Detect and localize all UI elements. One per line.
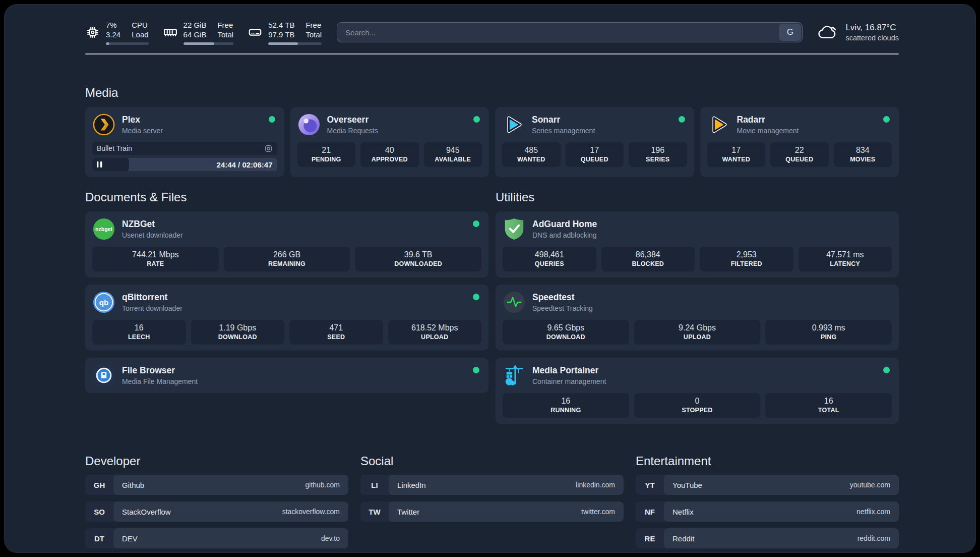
bookmark-url: github.com	[305, 481, 340, 489]
bookmark-stackoverflow[interactable]: SO StackOverflowstackoverflow.com	[85, 502, 348, 522]
service-name[interactable]: Plex	[122, 115, 163, 125]
now-playing-row: Bullet Train	[92, 142, 277, 155]
bookmark-abbr: TW	[360, 502, 389, 522]
disk-progress-fill	[268, 42, 298, 45]
bookmark-reddit[interactable]: RE Redditreddit.com	[636, 528, 899, 548]
bookmark-url: reddit.com	[858, 534, 890, 542]
bookmark-abbr: RE	[636, 528, 664, 548]
media-detail-icon[interactable]	[264, 144, 273, 153]
status-dot	[269, 116, 275, 123]
service-name[interactable]: qBittorrent	[122, 292, 182, 303]
service-header-qbittorrent[interactable]: qb qBittorrent Torrent downloader	[92, 291, 481, 314]
memory-progress-fill	[183, 42, 215, 45]
sonarr-icon	[502, 113, 525, 136]
cpu-load-label: Load	[132, 30, 148, 40]
section-title-entertainment: Entertainment	[636, 454, 899, 468]
cpu-label: CPU	[132, 20, 148, 30]
search-provider-button[interactable]: G	[779, 24, 801, 41]
stat-series: 196SERIES	[629, 142, 687, 167]
service-description: Media server	[122, 127, 163, 135]
bookmark-name: Github	[122, 481, 144, 489]
service-card-sonarr: Sonarr Series management 485WANTED 17QUE…	[495, 107, 694, 177]
service-name[interactable]: Speedtest	[532, 292, 593, 303]
disk-total-label: Total	[305, 30, 322, 40]
plex-icon	[92, 113, 115, 136]
service-header-radarr[interactable]: Radarr Movie management	[707, 113, 892, 136]
weather-condition: scattered clouds	[845, 34, 899, 42]
bookmark-name: StackOverflow	[122, 508, 171, 516]
stat-filtered: 2,953FILTERED	[700, 247, 793, 271]
section-documents-files: Documents & Files nzbget NZBGet Usenet d…	[85, 190, 488, 393]
stat-latency: 47.571 msLATENCY	[799, 247, 892, 271]
memory-icon	[163, 25, 178, 40]
bookmark-twitter[interactable]: TW Twittertwitter.com	[360, 502, 624, 522]
stat-queries: 498,461QUERIES	[503, 247, 596, 271]
bookmark-name: YouTube	[672, 481, 702, 489]
service-card-overseerr: Overseerr Media Requests 21PENDING 40APP…	[290, 107, 489, 177]
cpu-progress-fill	[106, 42, 109, 45]
stat-pending: 21PENDING	[297, 142, 356, 167]
bookmark-abbr: YT	[636, 475, 664, 495]
service-header-adguard[interactable]: AdGuard Home DNS and adblocking	[503, 217, 892, 241]
stat-wanted: 485WANTED	[502, 142, 561, 167]
disk-free-label: Free	[305, 20, 321, 30]
stat-total: 16TOTAL	[765, 393, 892, 418]
service-header-sonarr[interactable]: Sonarr Series management	[502, 113, 687, 136]
service-name[interactable]: File Browser	[122, 365, 198, 376]
section-title-documents: Documents & Files	[85, 190, 488, 204]
status-dot	[473, 220, 479, 227]
memory-free-value: 22 GiB	[183, 20, 207, 30]
pause-icon[interactable]	[97, 161, 102, 168]
status-dot	[473, 367, 479, 373]
bookmark-name: LinkedIn	[397, 481, 426, 489]
bookmark-youtube[interactable]: YT YouTubeyoutube.com	[636, 475, 899, 495]
disk-total-value: 97.9 TB	[268, 30, 294, 40]
cpu-icon	[85, 25, 100, 40]
service-name[interactable]: Overseerr	[327, 115, 378, 125]
memory-widget: 22 GiB64 GiB FreeTotal	[163, 20, 234, 45]
cpu-progress-track	[106, 42, 149, 45]
resource-widgets: 7%3.24 CPULoad 22 GiB64 GiB FreeTotal	[85, 20, 322, 45]
bookmark-abbr: GH	[85, 475, 113, 495]
status-dot	[473, 116, 480, 123]
service-name[interactable]: Sonarr	[532, 115, 595, 125]
stat-running: 16RUNNING	[503, 393, 629, 418]
service-card-filebrowser: File Browser Media File Management	[85, 358, 488, 393]
service-description: DNS and adblocking	[532, 231, 597, 239]
bookmark-netflix[interactable]: NF Netflixnetflix.com	[636, 502, 899, 522]
service-card-adguard: AdGuard Home DNS and adblocking 498,461Q…	[496, 211, 899, 277]
bookmark-url: netflix.com	[856, 508, 890, 516]
service-name[interactable]: AdGuard Home	[532, 219, 597, 230]
section-title-social: Social	[360, 454, 624, 468]
service-header-portainer[interactable]: Media Portainer Container management	[503, 364, 892, 387]
service-description: Media File Management	[122, 377, 198, 385]
disk-widget: 52.4 TB97.9 TB FreeTotal	[248, 20, 322, 45]
stat-approved: 40APPROVED	[360, 142, 419, 167]
service-description: Container management	[532, 377, 606, 385]
service-header-overseerr[interactable]: Overseerr Media Requests	[297, 113, 482, 136]
bookmark-github[interactable]: GH Githubgithub.com	[85, 475, 348, 495]
stat-upload: 618.52 MbpsUPLOAD	[388, 320, 482, 345]
cpu-load-value: 3.24	[106, 30, 120, 40]
service-header-nzbget[interactable]: nzbget NZBGet Usenet downloader	[92, 217, 481, 241]
service-header-plex[interactable]: Plex Media server	[92, 113, 277, 136]
service-description: Torrent downloader	[122, 304, 182, 312]
service-card-portainer: Media Portainer Container management 16R…	[496, 358, 899, 424]
service-description: Usenet downloader	[122, 231, 183, 239]
bookmark-name: Twitter	[397, 508, 419, 516]
service-name[interactable]: Radarr	[737, 115, 799, 125]
cpu-percent: 7%	[106, 20, 120, 30]
search-input[interactable]	[337, 22, 803, 42]
service-name[interactable]: Media Portainer	[532, 365, 606, 376]
service-header-speedtest[interactable]: Speedtest Speedtest Tracking	[503, 291, 892, 314]
top-bar: 7%3.24 CPULoad 22 GiB64 GiB FreeTotal	[85, 20, 899, 45]
nzbget-icon: nzbget	[92, 217, 115, 241]
memory-total-label: Total	[217, 30, 233, 40]
service-header-filebrowser[interactable]: File Browser Media File Management	[92, 364, 481, 387]
now-playing-time: 24:44 / 02:06:47	[217, 160, 273, 169]
bookmark-linkedin[interactable]: LI LinkedInlinkedin.com	[360, 475, 624, 495]
service-name[interactable]: NZBGet	[122, 219, 183, 230]
bookmark-dev[interactable]: DT DEVdev.to	[85, 528, 348, 548]
bookmark-name: DEV	[122, 534, 138, 543]
weather-location-temp: Lviv, 16.87°C	[845, 23, 899, 33]
